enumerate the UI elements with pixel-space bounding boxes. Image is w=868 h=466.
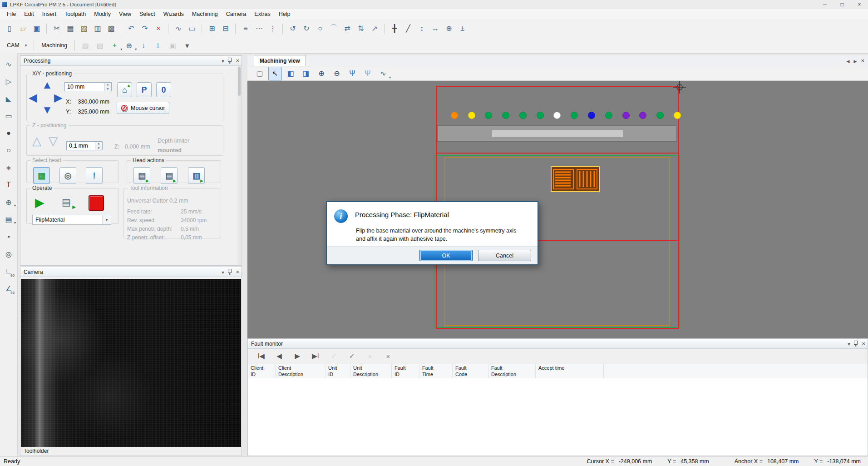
menu-file[interactable]: File [3, 11, 20, 17]
pan-icon[interactable]: Ψ [345, 67, 359, 80]
insert-object-icon[interactable]: + [108, 39, 121, 52]
column-header[interactable]: Fault Description [488, 364, 536, 378]
menu-edit[interactable]: Edit [20, 11, 38, 17]
convert-outline-icon[interactable]: ▭ [185, 22, 199, 35]
view-select-combo[interactable]: CAM [4, 41, 30, 50]
tool-slot[interactable] [519, 112, 527, 119]
flash-aperture-icon[interactable]: ∗ [2, 161, 15, 174]
remove-from-layer-icon[interactable]: ▨ [93, 39, 107, 52]
column-header[interactable]: Client ID [248, 364, 276, 378]
move-icon[interactable]: ╋ [388, 22, 401, 35]
pin-icon[interactable] [228, 58, 232, 64]
measure-90-icon[interactable]: ∟ 90 [2, 265, 15, 278]
touch-probe-icon[interactable]: ⊥ [151, 39, 165, 52]
arc-tool-icon[interactable]: ⌒ [327, 22, 340, 35]
close-icon[interactable] [236, 269, 239, 275]
column-header[interactable]: Client Description [276, 364, 326, 378]
select-area-icon[interactable]: ▢ [253, 67, 266, 80]
tool-slot[interactable] [537, 112, 544, 119]
panel-menu-icon[interactable] [848, 341, 850, 347]
close-icon[interactable] [236, 58, 239, 64]
head-action-1-button[interactable]: ▤ ▶ [133, 167, 150, 184]
scroll-tabs-left-icon[interactable] [847, 58, 850, 64]
jog-down-button[interactable] [42, 104, 53, 115]
tool-slot[interactable] [434, 112, 441, 119]
tab-machining-view[interactable]: Machining view [254, 55, 306, 66]
assign-to-layer-icon[interactable]: ▧ [79, 39, 92, 52]
placeholder-tool-icon[interactable]: ▣ [166, 39, 179, 52]
xy-step-spinner[interactable] [104, 83, 111, 91]
menu-modify[interactable]: Modify [90, 11, 115, 17]
ring-tool-icon[interactable]: ◎ [2, 248, 15, 260]
tool-slot[interactable] [588, 112, 595, 119]
ok-button[interactable]: OK [419, 250, 473, 261]
menu-help[interactable]: Help [275, 11, 295, 17]
zoom-in-icon[interactable]: ⊕ [315, 67, 328, 80]
snap-options-icon[interactable]: ⊕ [122, 39, 136, 52]
mouse-cursor-toggle[interactable]: ⊘ Mouse cursor [117, 102, 169, 114]
goto-next-fault-icon[interactable]: ▶ [291, 349, 304, 363]
draw-line-icon[interactable]: ╱ [401, 22, 415, 35]
new-icon[interactable]: ▯ [3, 22, 16, 35]
align-objects-icon[interactable]: ≡ [239, 22, 252, 35]
rotate-ccw-icon[interactable]: ↺ [286, 22, 300, 35]
zoom-to-selection-icon[interactable]: ◧ [284, 67, 297, 80]
tool-slot[interactable] [639, 112, 646, 119]
close-icon[interactable] [862, 341, 865, 347]
circle-tool-icon[interactable]: ○ [313, 22, 327, 35]
tool-slot[interactable] [674, 112, 681, 119]
tool-slot[interactable] [485, 112, 492, 119]
menu-toolpath[interactable]: Toolpath [60, 11, 90, 17]
scale-icon[interactable]: ↗ [368, 22, 381, 35]
z-jog-down-button[interactable] [49, 135, 58, 147]
minimize-button[interactable]: ─ [816, 0, 833, 9]
panel-menu-icon[interactable] [222, 269, 224, 275]
offset-tool-icon[interactable]: ± [456, 22, 469, 35]
pointer-icon[interactable]: ↖ [268, 67, 282, 80]
cancel-button[interactable]: Cancel [478, 250, 531, 261]
goto-last-fault-icon[interactable]: ▶ǀ [309, 349, 322, 363]
pin-icon[interactable] [854, 341, 858, 347]
menu-select[interactable]: Select [135, 11, 159, 17]
processing-phase-select[interactable]: FlipMaterial [32, 215, 111, 225]
copy-icon[interactable]: ▤ [64, 22, 77, 35]
move-to-pause-position-button[interactable]: P [137, 82, 152, 97]
tool-slot[interactable] [622, 112, 630, 119]
measure-horizontal-icon[interactable]: ↔ [429, 22, 442, 35]
goto-first-fault-icon[interactable]: ǀ◀ [254, 349, 268, 363]
menu-wizards[interactable]: Wizards [159, 11, 188, 17]
menu-view[interactable]: View [115, 11, 135, 17]
select-camera-head-button[interactable]: ◎ [59, 167, 76, 184]
head-action-2-button[interactable]: ▤ ▶ [161, 167, 178, 184]
draw-polygon-icon[interactable]: ◣ [2, 92, 15, 105]
processing-scrollbar[interactable] [237, 66, 241, 265]
measure-vertical-icon[interactable]: ↕ [415, 22, 429, 35]
delete-fault-icon[interactable]: × [363, 349, 377, 363]
zoom-to-fit-icon[interactable]: ◨ [299, 67, 313, 80]
column-header[interactable]: Fault ID [392, 364, 419, 378]
paste-icon[interactable]: ▨ [77, 22, 91, 35]
accept-fault-icon[interactable]: ✓ [327, 349, 340, 363]
delete-all-faults-icon[interactable]: × [381, 349, 395, 363]
z-jog-up-button[interactable] [32, 135, 41, 147]
cut-icon[interactable]: ✂ [50, 22, 64, 35]
move-to-position-icon[interactable]: ↓ [137, 39, 150, 52]
pcb-design[interactable] [551, 166, 600, 192]
draw-open-path-icon[interactable]: ∿ [2, 58, 15, 70]
distribute-vertical-icon[interactable]: ⋮ [266, 22, 280, 35]
jog-left-button[interactable] [29, 92, 37, 103]
tool-slot[interactable] [656, 112, 664, 119]
close-view-icon[interactable] [861, 58, 864, 64]
toolbar-overflow-icon[interactable]: ▾ [180, 39, 194, 52]
draw-closed-path-icon[interactable]: ▷ [2, 75, 15, 88]
stop-processing-button[interactable] [89, 195, 104, 211]
select-milling-head-button[interactable]: ▦ [33, 167, 50, 184]
print-icon[interactable]: ▥ [91, 22, 104, 35]
marker-tool-icon[interactable]: ▤ [2, 213, 15, 226]
tool-slot[interactable] [571, 112, 578, 119]
maximize-button[interactable]: □ [833, 0, 851, 9]
scene-select-combo[interactable]: Machining [38, 41, 71, 50]
panelize-icon[interactable]: ⊟ [219, 22, 232, 35]
move-to-zero-position-button[interactable]: 0 [156, 82, 171, 97]
tool-slot[interactable] [451, 112, 458, 119]
